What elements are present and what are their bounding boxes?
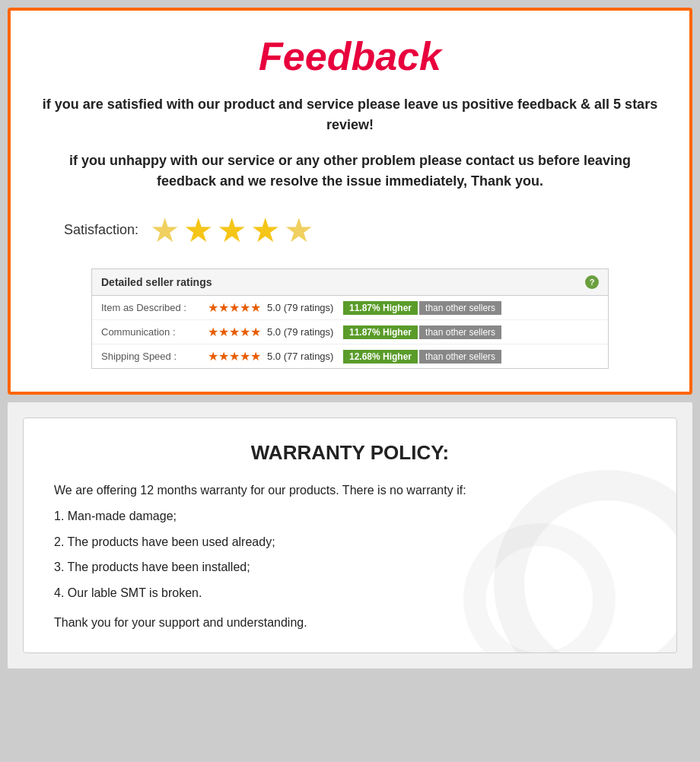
ratings-header: Detailed seller ratings ? — [92, 269, 608, 296]
warranty-thanks: Thank you for your support and understan… — [54, 616, 646, 630]
table-row: Communication : ★ ★ ★ ★ ★ 5.0 (79 rating… — [92, 320, 608, 344]
warranty-item-4: 4. Our lable SMT is broken. — [54, 583, 646, 605]
feedback-text1: if you are satisfied with our product an… — [41, 94, 659, 135]
row-stars-2: ★ ★ ★ ★ ★ — [208, 325, 261, 339]
satisfaction-label: Satisfaction: — [64, 222, 138, 238]
sellers-badge-1: than other sellers — [419, 301, 501, 315]
feedback-text2: if you unhappy with our service or any o… — [41, 151, 659, 192]
ratings-header-title: Detailed seller ratings — [101, 276, 212, 288]
row-score-3: 5.0 (77 ratings) — [267, 351, 336, 362]
small-star: ★ — [218, 349, 229, 364]
star-3: ★ — [217, 211, 247, 249]
small-star: ★ — [229, 300, 240, 315]
small-star: ★ — [218, 325, 229, 339]
question-mark-icon[interactable]: ? — [585, 275, 599, 289]
table-row: Item as Described : ★ ★ ★ ★ ★ 5.0 (79 ra… — [92, 296, 608, 320]
higher-badge-1: 11.87% Higher — [343, 301, 418, 315]
small-star: ★ — [250, 300, 261, 315]
warranty-body: We are offering 12 months warranty for o… — [54, 480, 646, 605]
small-star: ★ — [218, 300, 229, 315]
ratings-table: Detailed seller ratings ? Item as Descri… — [91, 268, 609, 369]
small-star: ★ — [250, 325, 261, 339]
small-star: ★ — [240, 349, 250, 364]
row-label-3: Shipping Speed : — [101, 351, 208, 362]
table-row: Shipping Speed : ★ ★ ★ ★ ★ 5.0 (77 ratin… — [92, 344, 608, 368]
row-label-2: Communication : — [101, 326, 208, 338]
warranty-item-3: 3. The products have been installed; — [54, 557, 646, 579]
star-2: ★ — [183, 211, 213, 249]
small-star: ★ — [250, 349, 261, 364]
row-stars-3: ★ ★ ★ ★ ★ — [208, 349, 261, 364]
warranty-title: WARRANTY POLICY: — [54, 441, 646, 465]
warranty-section: WARRANTY POLICY: We are offering 12 mont… — [8, 402, 692, 668]
higher-badge-2: 11.87% Higher — [343, 325, 418, 339]
warranty-inner: WARRANTY POLICY: We are offering 12 mont… — [23, 418, 677, 653]
small-star: ★ — [208, 300, 218, 315]
feedback-title: Feedback — [41, 33, 659, 79]
satisfaction-row: Satisfaction: ★ ★ ★ ★ ★ — [41, 211, 659, 249]
warranty-item-2: 2. The products have been used already; — [54, 532, 646, 554]
star-4: ★ — [250, 211, 280, 249]
feedback-section: Feedback if you are satisfied with our p… — [8, 8, 692, 395]
sellers-badge-3: than other sellers — [419, 350, 501, 364]
small-star: ★ — [229, 349, 240, 364]
warranty-intro: We are offering 12 months warranty for o… — [54, 480, 646, 502]
sellers-badge-2: than other sellers — [419, 325, 501, 339]
row-stars-1: ★ ★ ★ ★ ★ — [208, 300, 261, 315]
row-score-1: 5.0 (79 ratings) — [267, 302, 336, 313]
star-1: ★ — [150, 211, 180, 249]
row-score-2: 5.0 (79 ratings) — [267, 326, 336, 338]
small-star: ★ — [208, 325, 218, 339]
row-label-1: Item as Described : — [101, 302, 208, 313]
higher-badge-3: 12.68% Higher — [343, 350, 418, 364]
star-5: ★ — [284, 211, 313, 249]
small-star: ★ — [208, 349, 218, 364]
small-star: ★ — [229, 325, 240, 339]
small-star: ★ — [240, 300, 250, 315]
warranty-item-1: 1. Man-made damage; — [54, 506, 646, 528]
small-star: ★ — [240, 325, 250, 339]
